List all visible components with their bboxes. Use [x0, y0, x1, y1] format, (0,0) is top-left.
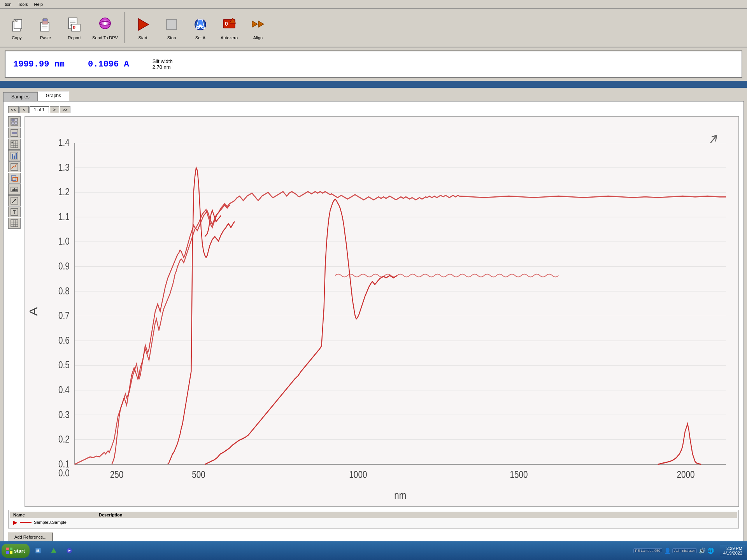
- toolbar: Copy Paste R: [0, 9, 747, 47]
- svg-rect-108: [6, 551, 9, 554]
- svg-marker-21: [139, 19, 149, 30]
- svg-text:1000: 1000: [349, 469, 367, 480]
- graph-container: ≣: [8, 116, 739, 507]
- graph-tool-bar[interactable]: [8, 150, 21, 161]
- svg-text:T: T: [13, 210, 16, 215]
- first-page-button[interactable]: <<: [8, 106, 19, 113]
- autozero-label: Autozero: [221, 35, 238, 40]
- slit-info: Slit width 2.70 nm: [153, 58, 173, 70]
- copy-label: Copy: [12, 35, 22, 40]
- svg-text:IE: IE: [37, 549, 40, 553]
- set-a-button[interactable]: Set A: [187, 10, 214, 45]
- tab-samples[interactable]: Samples: [3, 92, 38, 101]
- prev-page-button[interactable]: <: [19, 106, 29, 113]
- align-button[interactable]: Align: [244, 10, 272, 45]
- svg-rect-52: [11, 176, 16, 180]
- start-icon: [133, 15, 152, 34]
- svg-rect-49: [14, 156, 15, 159]
- align-icon: [249, 15, 267, 34]
- graph-tool-scan[interactable]: [8, 161, 21, 172]
- svg-rect-6: [43, 19, 47, 21]
- paste-icon: [36, 15, 55, 34]
- align-label: Align: [253, 35, 263, 40]
- graph-tool-text[interactable]: abc: [8, 184, 21, 195]
- legend-sample-name: ▶ Sample3.Sample: [13, 519, 99, 525]
- slit-value: 2.70 nm: [153, 64, 173, 70]
- graph-tool-overlay[interactable]: [8, 173, 21, 184]
- paste-button[interactable]: Paste: [32, 10, 59, 45]
- report-icon: R: [65, 15, 84, 34]
- graph-tool-select[interactable]: [8, 128, 21, 138]
- svg-text:0.8: 0.8: [58, 285, 70, 296]
- clock-date: 4/19/2022: [723, 551, 742, 555]
- svg-rect-59: [11, 220, 18, 227]
- svg-text:0.3: 0.3: [58, 409, 70, 420]
- legend-header: Name Description: [10, 512, 737, 518]
- page-input[interactable]: [30, 106, 49, 113]
- graph-tool-arrow[interactable]: [8, 195, 21, 206]
- legend-line-icon: [20, 522, 32, 523]
- clock: 2:29 PM 4/19/2022: [720, 545, 745, 556]
- svg-rect-48: [12, 154, 13, 159]
- svg-text:A: A: [27, 307, 40, 316]
- stop-icon: [162, 15, 181, 34]
- graph-toolbar: ≣: [8, 116, 23, 507]
- start-button-taskbar[interactable]: start: [2, 544, 30, 558]
- clock-time: 2:29 PM: [723, 546, 742, 551]
- svg-rect-35: [12, 119, 14, 121]
- legend-col-description: Description: [99, 513, 123, 517]
- copy-button[interactable]: Copy: [3, 10, 30, 45]
- wavelength-display: 1999.99 nm: [13, 60, 65, 69]
- send-to-dpv-button[interactable]: Send To DPV: [89, 10, 121, 45]
- start-button[interactable]: Start: [129, 10, 156, 45]
- legend-row-0: ▶ Sample3.Sample: [10, 518, 737, 527]
- svg-text:0.4: 0.4: [58, 384, 70, 395]
- graph-tool-T[interactable]: T: [8, 206, 21, 217]
- add-reference-button[interactable]: Add Reference...: [8, 532, 53, 542]
- autozero-icon: 0: [220, 15, 238, 34]
- chart-area[interactable]: 1.4 1.3 1.2 1.1 1.0 0.9 0.8 0.7 0.6 0.5 …: [25, 116, 739, 507]
- graph-tool-table[interactable]: [8, 218, 21, 229]
- svg-text:0.7: 0.7: [58, 310, 70, 321]
- svg-text:0.6: 0.6: [58, 335, 70, 346]
- last-page-button[interactable]: >>: [60, 106, 70, 113]
- svg-rect-64: [25, 117, 738, 506]
- stop-button[interactable]: Stop: [158, 10, 185, 45]
- svg-text:1.0: 1.0: [58, 236, 70, 247]
- quicklaunch-3[interactable]: [62, 544, 76, 557]
- spectrum-chart: 1.4 1.3 1.2 1.1 1.0 0.9 0.8 0.7 0.6 0.5 …: [25, 117, 738, 506]
- svg-text:500: 500: [192, 469, 205, 480]
- graph-tool-grid[interactable]: ≣: [8, 139, 21, 150]
- menu-bar: tion Tools Help: [0, 0, 747, 9]
- report-button[interactable]: R Report: [61, 10, 88, 45]
- svg-text:2000: 2000: [677, 469, 694, 480]
- svg-text:R: R: [73, 26, 76, 30]
- toolbar-separator-1: [124, 12, 125, 43]
- start-label: Start: [138, 35, 147, 40]
- menu-tion[interactable]: tion: [2, 1, 15, 7]
- menu-help[interactable]: Help: [31, 1, 46, 7]
- graph-tool-zoom[interactable]: [8, 116, 21, 127]
- menu-tools[interactable]: Tools: [15, 1, 31, 7]
- quicklaunch-2[interactable]: [47, 544, 61, 557]
- legend-arrow-icon: ▶: [13, 519, 18, 525]
- user-label: Administrator: [672, 548, 697, 553]
- legend-col-name: Name: [13, 513, 99, 517]
- autozero-button[interactable]: 0 Autozero: [216, 10, 243, 45]
- next-page-button[interactable]: >: [50, 106, 59, 113]
- legend-area: Name Description ▶ Sample3.Sample: [8, 510, 739, 528]
- svg-text:0.9: 0.9: [58, 261, 70, 271]
- svg-text:0: 0: [225, 21, 228, 27]
- taskbar: start IE PE Lambda 950 👤 Administrator 🔊…: [0, 541, 747, 560]
- svg-rect-40: [12, 132, 17, 134]
- tab-graphs[interactable]: Graphs: [38, 91, 69, 101]
- system-tray: PE Lambda 950 👤 Administrator 🔊 🌐: [630, 547, 717, 554]
- status-bar: 1999.99 nm 0.1096 A Slit width 2.70 nm: [5, 51, 742, 78]
- send-to-dpv-icon: [96, 15, 114, 34]
- dark-separator: [0, 81, 747, 88]
- svg-rect-109: [10, 551, 12, 554]
- volume-icon: 🔊: [698, 547, 705, 554]
- quicklaunch-1[interactable]: IE: [31, 544, 45, 557]
- svg-text:abc: abc: [12, 188, 18, 192]
- svg-marker-112: [51, 548, 56, 553]
